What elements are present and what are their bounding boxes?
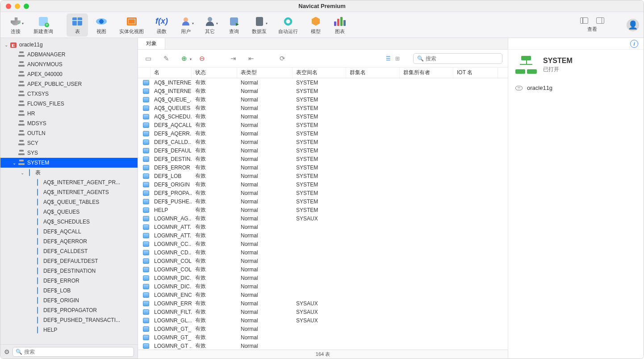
table-row[interactable]: DEF$_DEFAUL.. 有效 Normal SYSTEM xyxy=(138,146,508,155)
table-row[interactable]: DEF$_ORIGIN 有效 Normal SYSTEM xyxy=(138,180,508,189)
object-search[interactable]: 🔍 xyxy=(413,53,502,64)
schema-node[interactable]: ADBMANAGER xyxy=(0,50,138,59)
close-icon[interactable] xyxy=(6,4,11,9)
table-node[interactable]: DEF$_AQERROR xyxy=(0,237,138,246)
table-node[interactable]: DEF$_PROPAGATOR xyxy=(0,305,138,315)
table-row[interactable]: LOGMNR_CD... 有效 Normal xyxy=(138,248,508,257)
table-node[interactable]: HELP xyxy=(0,325,138,335)
table-node[interactable]: DEF$_DEFAULTDEST xyxy=(0,256,138,266)
table-row[interactable]: DEF$_PROPA... 有效 Normal SYSTEM xyxy=(138,189,508,197)
table-row[interactable]: DEF$_AQCALL 有效 Normal SYSTEM xyxy=(138,121,508,129)
add-icon[interactable]: ⊕▾ xyxy=(179,54,189,63)
left-pane-icon[interactable] xyxy=(580,17,588,24)
tab-object[interactable]: 对象 xyxy=(138,38,165,49)
toolbar-model[interactable]: 模型 xyxy=(305,13,326,37)
schema-node[interactable]: APEX_PUBLIC_USER xyxy=(0,79,138,89)
table-node[interactable]: AQ$_SCHEDULES xyxy=(0,217,138,227)
table-row[interactable]: LOGMNR_ENC$ 有效 Normal xyxy=(138,291,508,299)
table-node[interactable]: DEF$_AQCALL xyxy=(0,227,138,237)
table-row[interactable]: DEF$_PUSHE... 有效 Normal SYSTEM xyxy=(138,197,508,206)
table-node[interactable]: AQ$_INTERNET_AGENTS xyxy=(0,187,138,197)
toolbar-other[interactable]: ▾其它 xyxy=(199,13,221,37)
open-icon[interactable]: ▭ xyxy=(143,54,153,63)
toolbar-mview[interactable]: 实体化视图 xyxy=(115,13,148,37)
table-row[interactable]: AQ$_INTERNE.. 有效 Normal SYSTEM xyxy=(138,78,508,87)
schema-node[interactable]: SCY xyxy=(0,138,138,148)
table-row[interactable]: LOGMNR_DIC.. 有效 Normal xyxy=(138,274,508,282)
grid-view-icon[interactable]: ⊞ xyxy=(395,55,400,62)
table-node[interactable]: AQ$_QUEUE_TABLES xyxy=(0,197,138,207)
table-row[interactable]: DEF$_ERROR 有效 Normal SYSTEM xyxy=(138,163,508,172)
avatar[interactable]: 👤 xyxy=(627,19,639,31)
right-pane-icon[interactable] xyxy=(596,17,604,24)
table-node[interactable]: AQ$_QUEUES xyxy=(0,207,138,217)
table-row[interactable]: LOGMNR_CC... 有效 Normal xyxy=(138,240,508,248)
table-row[interactable]: LOGMNR_AG... 有效 Normal SYSAUX xyxy=(138,214,508,223)
column-header[interactable]: 群集名 xyxy=(346,68,400,78)
list-view-icon[interactable]: ☰ xyxy=(386,55,391,62)
refresh-icon[interactable]: ⟳ xyxy=(277,54,287,63)
toolbar-user[interactable]: ▾用户 xyxy=(175,13,197,37)
table-grid[interactable]: 名状态表类型表空间名群集名群集所有者IOT 名 AQ$_INTERNE.. 有效… xyxy=(138,68,508,350)
delete-icon[interactable]: ⊖ xyxy=(197,54,207,63)
column-header[interactable]: IOT 名 xyxy=(453,68,498,78)
sidebar-search-input[interactable] xyxy=(24,349,131,355)
toolbar-new-query[interactable]: 新建查询 xyxy=(29,13,58,37)
import-icon[interactable]: ⇥ xyxy=(228,54,238,63)
column-header[interactable]: 表空间名 xyxy=(293,68,346,78)
connection-node[interactable]: ⌄◧oracle11g xyxy=(0,40,138,50)
schema-node[interactable]: SYS xyxy=(0,148,138,158)
schema-node[interactable]: FLOWS_FILES xyxy=(0,99,138,109)
table-node[interactable]: DEF$_PUSHED_TRANSACTI... xyxy=(0,315,138,325)
connection-tree[interactable]: ⌄◧oracle11gADBMANAGERANONYMOUSAPEX_04000… xyxy=(0,38,138,344)
toolbar-view[interactable]: 视图 xyxy=(91,13,112,37)
table-row[interactable]: AQ$_QUEUES 有效 Normal SYSTEM xyxy=(138,104,508,112)
toolbar-auto[interactable]: 自动运行 xyxy=(274,13,302,37)
table-row[interactable]: DEF$_AQERR... 有效 Normal SYSTEM xyxy=(138,129,508,138)
toolbar-table[interactable]: 表 xyxy=(67,13,88,37)
schema-node[interactable]: ANONYMOUS xyxy=(0,59,138,69)
table-row[interactable]: LOGMNR_ERR.. 有效 Normal SYSAUX xyxy=(138,299,508,308)
table-node[interactable]: DEF$_ERROR xyxy=(0,276,138,286)
table-row[interactable]: AQ$_SCHEDU.. 有效 Normal SYSTEM xyxy=(138,112,508,121)
column-header[interactable]: 状态 xyxy=(192,68,237,78)
toolbar-query[interactable]: 查询 xyxy=(223,13,245,37)
table-node[interactable]: DEF$_CALLDEST xyxy=(0,246,138,256)
toolbar-connect[interactable]: ▾连接 xyxy=(5,13,26,37)
table-row[interactable]: LOGMNR_GT_.. 有效 Normal xyxy=(138,325,508,333)
table-row[interactable]: LOGMNR_DIC... 有效 Normal xyxy=(138,282,508,291)
gear-icon[interactable]: ⚙ xyxy=(4,348,10,355)
schema-node-selected[interactable]: ⌄SYSTEM xyxy=(0,158,138,168)
table-row[interactable]: LOGMNR_COL$ 有效 Normal xyxy=(138,257,508,265)
table-node[interactable]: AQ$_INTERNET_AGENT_PR... xyxy=(0,177,138,187)
table-row[interactable]: DEF$_DESTIN.. 有效 Normal SYSTEM xyxy=(138,155,508,163)
column-header[interactable] xyxy=(138,68,151,78)
schema-node[interactable]: HR xyxy=(0,109,138,118)
maximize-icon[interactable] xyxy=(24,4,29,9)
table-row[interactable]: LOGMNR_GT ... 有效 Normal xyxy=(138,342,508,350)
tables-node[interactable]: ⌄表 xyxy=(0,168,138,177)
table-row[interactable]: AQ$_INTERNE.. 有效 Normal SYSTEM xyxy=(138,87,508,95)
column-header[interactable]: 表类型 xyxy=(237,68,293,78)
table-node[interactable]: DEF$_LOB xyxy=(0,286,138,296)
table-row[interactable]: AQ$_QUEUE_... 有效 Normal SYSTEM xyxy=(138,95,508,104)
info-icon[interactable]: i xyxy=(630,40,638,48)
table-node[interactable]: DEF$_ORIGIN xyxy=(0,296,138,305)
schema-node[interactable]: APEX_040000 xyxy=(0,69,138,79)
table-row[interactable]: LOGMNR_ATT.. 有效 Normal xyxy=(138,231,508,240)
edit-icon[interactable]: ✎ xyxy=(161,54,171,63)
table-row[interactable]: LOGMNR_ATT.. 有效 Normal xyxy=(138,223,508,231)
column-header[interactable]: 群集所有者 xyxy=(400,68,453,78)
schema-node[interactable]: MDSYS xyxy=(0,118,138,128)
table-row[interactable]: LOGMNR_GL... 有效 Normal SYSAUX xyxy=(138,316,508,325)
toolbar-chart[interactable]: 图表 xyxy=(329,13,351,37)
table-row[interactable]: LOGMNR_FILT.. 有效 Normal SYSAUX xyxy=(138,308,508,316)
object-search-input[interactable] xyxy=(426,55,498,62)
table-row[interactable]: DEF$_CALLD... 有效 Normal SYSTEM xyxy=(138,138,508,146)
column-header[interactable]: 名 xyxy=(151,68,192,78)
sidebar-search[interactable]: 🔍 xyxy=(13,347,134,357)
toolbar-function[interactable]: f(x)函数 xyxy=(151,13,172,37)
table-row[interactable]: HELP 有效 Normal SYSTEM xyxy=(138,206,508,214)
table-row[interactable]: DEF$_LOB 有效 Normal SYSTEM xyxy=(138,172,508,180)
table-row[interactable]: LOGMNR_COL.. 有效 Normal xyxy=(138,265,508,274)
